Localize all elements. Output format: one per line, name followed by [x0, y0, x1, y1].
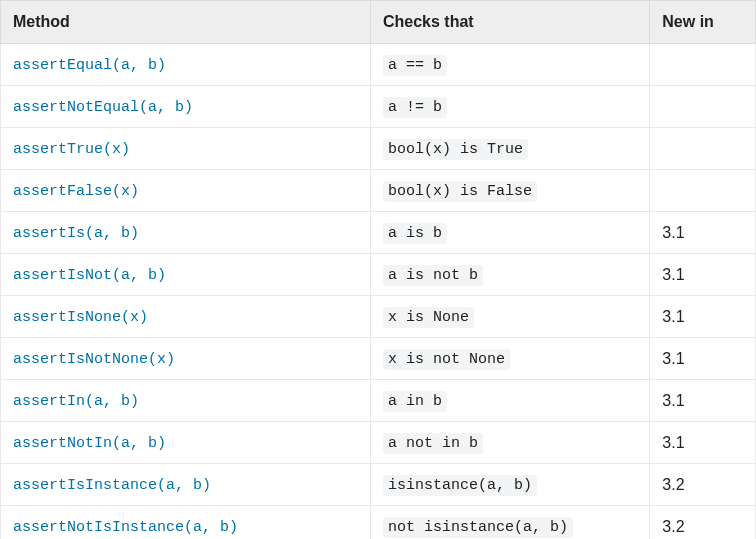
table-row: assertIn(a, b)a in b3.1	[1, 380, 756, 422]
table-row: assertFalse(x)bool(x) is False	[1, 170, 756, 212]
method-link[interactable]: assertIsInstance(a, b)	[13, 477, 211, 494]
version-text: 3.1	[662, 392, 684, 409]
header-checks: Checks that	[370, 1, 649, 44]
table-row: assertIsInstance(a, b)isinstance(a, b)3.…	[1, 464, 756, 506]
method-link[interactable]: assertNotIn(a, b)	[13, 435, 166, 452]
checks-cell: not isinstance(a, b)	[370, 506, 649, 540]
method-cell: assertNotEqual(a, b)	[1, 86, 371, 128]
method-cell: assertIn(a, b)	[1, 380, 371, 422]
table-header-row: Method Checks that New in	[1, 1, 756, 44]
newin-cell: 3.2	[650, 506, 756, 540]
method-cell: assertIsNotNone(x)	[1, 338, 371, 380]
table-row: assertIsNotNone(x)x is not None3.1	[1, 338, 756, 380]
method-link[interactable]: assertIn(a, b)	[13, 393, 139, 410]
checks-cell: a not in b	[370, 422, 649, 464]
method-link[interactable]: assertEqual(a, b)	[13, 57, 166, 74]
version-text: 3.1	[662, 308, 684, 325]
method-cell: assertIsNone(x)	[1, 296, 371, 338]
method-link[interactable]: assertIsNone(x)	[13, 309, 148, 326]
method-cell: assertEqual(a, b)	[1, 44, 371, 86]
newin-cell: 3.1	[650, 254, 756, 296]
checks-cell: a is not b	[370, 254, 649, 296]
method-link[interactable]: assertIsNot(a, b)	[13, 267, 166, 284]
method-cell: assertIs(a, b)	[1, 212, 371, 254]
checks-code: x is None	[383, 307, 474, 328]
checks-cell: isinstance(a, b)	[370, 464, 649, 506]
method-cell: assertNotIn(a, b)	[1, 422, 371, 464]
table-body: assertEqual(a, b)a == bassertNotEqual(a,…	[1, 44, 756, 540]
newin-cell	[650, 128, 756, 170]
method-link[interactable]: assertTrue(x)	[13, 141, 130, 158]
method-cell: assertFalse(x)	[1, 170, 371, 212]
checks-cell: x is not None	[370, 338, 649, 380]
checks-code: a in b	[383, 391, 447, 412]
table-row: assertTrue(x)bool(x) is True	[1, 128, 756, 170]
checks-cell: bool(x) is True	[370, 128, 649, 170]
checks-code: a is b	[383, 223, 447, 244]
method-link[interactable]: assertFalse(x)	[13, 183, 139, 200]
method-link[interactable]: assertNotEqual(a, b)	[13, 99, 193, 116]
checks-cell: a != b	[370, 86, 649, 128]
checks-code: x is not None	[383, 349, 510, 370]
header-newin: New in	[650, 1, 756, 44]
newin-cell: 3.1	[650, 380, 756, 422]
checks-code: not isinstance(a, b)	[383, 517, 573, 538]
newin-cell: 3.1	[650, 296, 756, 338]
table-row: assertIsNone(x)x is None3.1	[1, 296, 756, 338]
checks-code: a not in b	[383, 433, 483, 454]
method-cell: assertIsInstance(a, b)	[1, 464, 371, 506]
version-text: 3.2	[662, 476, 684, 493]
newin-cell	[650, 170, 756, 212]
newin-cell	[650, 86, 756, 128]
table-row: assertNotIn(a, b)a not in b3.1	[1, 422, 756, 464]
newin-cell: 3.1	[650, 422, 756, 464]
method-link[interactable]: assertIsNotNone(x)	[13, 351, 175, 368]
version-text: 3.1	[662, 350, 684, 367]
newin-cell: 3.1	[650, 212, 756, 254]
version-text: 3.2	[662, 518, 684, 535]
method-link[interactable]: assertNotIsInstance(a, b)	[13, 519, 238, 536]
newin-cell: 3.2	[650, 464, 756, 506]
table-row: assertIsNot(a, b)a is not b3.1	[1, 254, 756, 296]
checks-code: a is not b	[383, 265, 483, 286]
table-row: assertNotEqual(a, b)a != b	[1, 86, 756, 128]
checks-cell: a == b	[370, 44, 649, 86]
method-link[interactable]: assertIs(a, b)	[13, 225, 139, 242]
newin-cell: 3.1	[650, 338, 756, 380]
checks-cell: bool(x) is False	[370, 170, 649, 212]
checks-cell: a is b	[370, 212, 649, 254]
checks-code: bool(x) is True	[383, 139, 528, 160]
version-text: 3.1	[662, 434, 684, 451]
header-method: Method	[1, 1, 371, 44]
table-row: assertEqual(a, b)a == b	[1, 44, 756, 86]
method-cell: assertNotIsInstance(a, b)	[1, 506, 371, 540]
assert-methods-table: Method Checks that New in assertEqual(a,…	[0, 0, 756, 539]
checks-cell: x is None	[370, 296, 649, 338]
checks-cell: a in b	[370, 380, 649, 422]
checks-code: a == b	[383, 55, 447, 76]
table-row: assertIs(a, b)a is b3.1	[1, 212, 756, 254]
newin-cell	[650, 44, 756, 86]
checks-code: isinstance(a, b)	[383, 475, 537, 496]
method-cell: assertIsNot(a, b)	[1, 254, 371, 296]
checks-code: a != b	[383, 97, 447, 118]
version-text: 3.1	[662, 224, 684, 241]
table-row: assertNotIsInstance(a, b)not isinstance(…	[1, 506, 756, 540]
method-cell: assertTrue(x)	[1, 128, 371, 170]
version-text: 3.1	[662, 266, 684, 283]
checks-code: bool(x) is False	[383, 181, 537, 202]
